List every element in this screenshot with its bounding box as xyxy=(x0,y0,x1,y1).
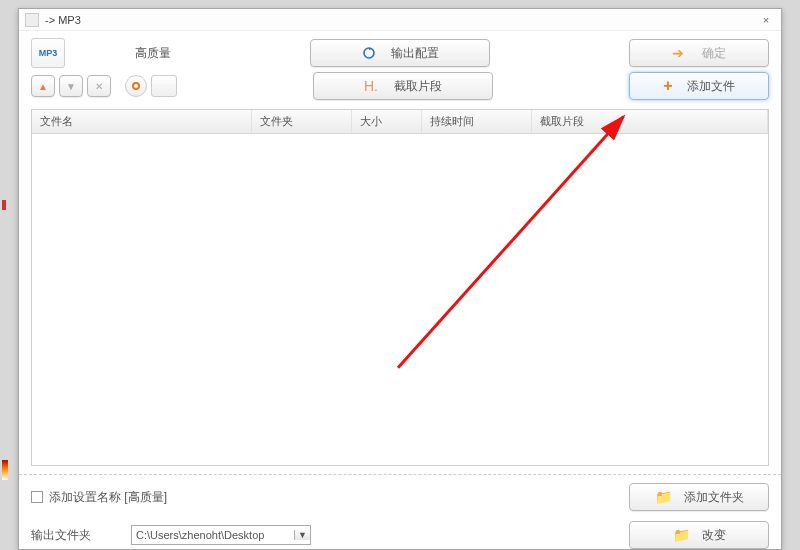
file-list-body[interactable] xyxy=(32,134,768,465)
remove-button[interactable]: ✕ xyxy=(87,75,111,97)
app-icon xyxy=(25,13,39,27)
col-filename[interactable]: 文件名 xyxy=(32,110,252,133)
output-folder-label: 输出文件夹 xyxy=(31,527,91,544)
close-icon[interactable]: × xyxy=(757,14,775,26)
col-clips[interactable]: 截取片段 xyxy=(532,110,768,133)
file-list-header: 文件名 文件夹 大小 持续时间 截取片段 xyxy=(32,110,768,134)
col-size[interactable]: 大小 xyxy=(352,110,422,133)
output-config-label: 输出配置 xyxy=(391,45,439,62)
folder-plus-icon: 📁 xyxy=(655,489,672,505)
dialog-window: -> MP3 × MP3 高质量 输出配置 ➔ 确定 ▲ ▼ ✕ xyxy=(18,8,782,550)
move-up-button[interactable]: ▲ xyxy=(31,75,55,97)
change-label: 改变 xyxy=(702,527,726,544)
left-window-sliver xyxy=(0,0,18,550)
titlebar: -> MP3 × xyxy=(19,9,781,31)
add-file-label: 添加文件 xyxy=(687,78,735,95)
add-setting-label: 添加设置名称 [高质量] xyxy=(49,489,167,506)
refresh-icon xyxy=(361,45,377,61)
record-icon xyxy=(132,82,140,90)
output-path-value: C:\Users\zhenoht\Desktop xyxy=(132,529,294,541)
change-folder-button[interactable]: 📁 改变 xyxy=(629,521,769,549)
toolbar-second: ▲ ▼ ✕ H. 截取片段 + 添加文件 xyxy=(19,69,781,103)
ok-label: 确定 xyxy=(702,45,726,62)
add-file-button[interactable]: + 添加文件 xyxy=(629,72,769,100)
quality-label: 高质量 xyxy=(135,45,171,62)
col-folder[interactable]: 文件夹 xyxy=(252,110,352,133)
add-folder-button[interactable]: 📁 添加文件夹 xyxy=(629,483,769,511)
output-config-button[interactable]: 输出配置 xyxy=(310,39,490,67)
add-setting-checkbox[interactable] xyxy=(31,491,43,503)
mp3-format-icon[interactable]: MP3 xyxy=(31,38,65,68)
list-mode-button[interactable] xyxy=(151,75,177,97)
file-list: 文件名 文件夹 大小 持续时间 截取片段 xyxy=(31,109,769,466)
plus-icon: + xyxy=(663,77,672,95)
window-title: -> MP3 xyxy=(45,14,81,26)
move-down-button[interactable]: ▼ xyxy=(59,75,83,97)
clip-label: 截取片段 xyxy=(394,78,442,95)
chevron-down-icon[interactable]: ▼ xyxy=(294,530,310,540)
output-path-combo[interactable]: C:\Users\zhenoht\Desktop ▼ xyxy=(131,525,311,545)
scissors-icon: H. xyxy=(364,78,378,94)
add-folder-label: 添加文件夹 xyxy=(684,489,744,506)
bottom-panel: 添加设置名称 [高质量] 📁 添加文件夹 输出文件夹 C:\Users\zhen… xyxy=(19,474,781,549)
ok-button[interactable]: ➔ 确定 xyxy=(629,39,769,67)
clip-segment-button[interactable]: H. 截取片段 xyxy=(313,72,493,100)
record-button[interactable] xyxy=(125,75,147,97)
arrow-right-icon: ➔ xyxy=(672,45,684,61)
folder-icon: 📁 xyxy=(673,527,690,543)
toolbar-top: MP3 高质量 输出配置 ➔ 确定 xyxy=(19,31,781,69)
col-duration[interactable]: 持续时间 xyxy=(422,110,532,133)
